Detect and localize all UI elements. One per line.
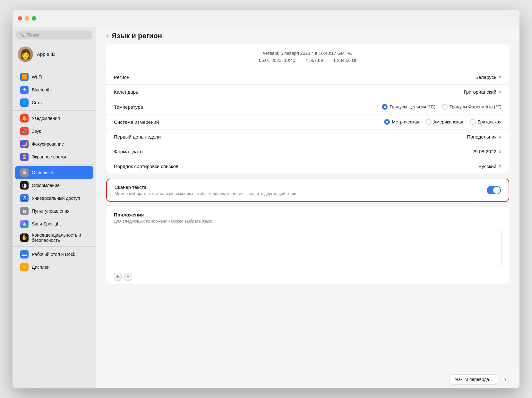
temperature-label: Температура xyxy=(114,104,143,110)
dateformat-dropdown-value: 29.08.2022 xyxy=(472,149,496,154)
sidebar-item-appearance[interactable]: ◑ Оформление xyxy=(15,179,93,192)
scanner-card: Сканер текста Можно выбирать текст на из… xyxy=(106,179,509,202)
sidebar-label-siri: Siri и Spotlight xyxy=(32,221,61,226)
search-icon: 🔍 xyxy=(20,32,25,37)
region-dropdown-value: Беларусь xyxy=(475,74,496,80)
scanner-toggle[interactable] xyxy=(487,186,501,194)
sidebar-label-notifications: Уведомления xyxy=(32,116,60,121)
titlebar xyxy=(13,10,519,27)
date-preview-row2: 05.01.2023, 10:40 4 567,89 1 234,56 Br xyxy=(114,57,502,64)
sidebar-item-wifi[interactable]: 📶 Wi-Fi xyxy=(15,71,93,83)
sidebar-item-displays[interactable]: ☀️ Дисплеи xyxy=(15,261,93,274)
calendar-row: Календарь Григорианский ⬍ xyxy=(106,85,509,99)
back-button[interactable]: ‹ xyxy=(106,32,108,39)
measurement-uk-label: Британская xyxy=(477,119,502,124)
minimize-button[interactable] xyxy=(25,16,29,21)
measurement-uk-option[interactable]: Британская xyxy=(470,119,502,125)
wifi-icon: 📶 xyxy=(20,73,29,81)
region-row: Регион Беларусь ⬍ xyxy=(106,70,509,85)
help-button[interactable]: ? xyxy=(502,376,509,383)
region-dropdown-arrows: ⬍ xyxy=(498,75,502,80)
divider2 xyxy=(13,110,96,111)
measurement-label: Система измерений xyxy=(114,119,159,125)
sidebar-item-bluetooth[interactable]: ✦ Bluetooth xyxy=(15,83,93,96)
focus-icon: 🌙 xyxy=(20,140,29,148)
sidebar-label-accessibility: Универсальный доступ xyxy=(32,196,80,201)
sidebar-item-focus[interactable]: 🌙 Фокусирование xyxy=(15,138,93,150)
measurement-metric-radio[interactable] xyxy=(384,119,390,125)
sortorder-dropdown-arrows: ⬍ xyxy=(498,164,502,169)
apple-id-label: Apple ID xyxy=(37,51,56,57)
fullscreen-button[interactable] xyxy=(32,16,36,21)
bluetooth-icon: ✦ xyxy=(20,86,29,94)
calendar-value[interactable]: Григорианский ⬍ xyxy=(464,89,502,95)
translate-button[interactable]: Языки перевода... xyxy=(450,374,498,385)
displays-icon: ☀️ xyxy=(20,263,29,271)
temperature-celsius-option[interactable]: Градусы Цельсия (°C) xyxy=(382,104,435,110)
temperature-radio-group: Градусы Цельсия (°C) Градусы Фаренгейта … xyxy=(382,104,502,110)
measurement-us-radio[interactable] xyxy=(426,119,432,125)
firstday-row: Первый день недели Понедельник ⬍ xyxy=(106,130,509,144)
network-icon: 🌐 xyxy=(20,98,29,107)
sidebar-label-displays: Дисплеи xyxy=(32,265,50,270)
temperature-fahrenheit-radio[interactable] xyxy=(442,104,448,110)
region-value[interactable]: Беларусь ⬍ xyxy=(475,74,502,80)
sidebar-item-control[interactable]: ▦ Пункт управления xyxy=(15,205,93,217)
temperature-celsius-radio[interactable] xyxy=(382,104,388,110)
sound-icon: 🔊 xyxy=(20,127,29,135)
search-placeholder: Поиск xyxy=(27,32,39,38)
calendar-label: Календарь xyxy=(114,89,138,95)
general-icon: ⚙ xyxy=(20,168,29,177)
apple-id-section[interactable]: 👩 Apple ID xyxy=(13,43,96,65)
firstday-value[interactable]: Понедельник ⬍ xyxy=(467,134,502,140)
measurement-radio-group: Метрическая Американская Британская xyxy=(384,119,502,125)
temperature-fahrenheit-label: Градусы Фаренгейта (°F) xyxy=(450,104,502,109)
date-preview-number: 4 567,89 xyxy=(305,57,323,64)
close-button[interactable] xyxy=(18,16,22,21)
sidebar-item-siri[interactable]: ◉ Siri и Spotlight xyxy=(15,217,93,230)
date-preview-line1: четверг, 5 января 2023 г. в 10:40:17 GMT… xyxy=(114,50,502,57)
measurement-us-label: Американская xyxy=(433,119,463,124)
measurement-metric-option[interactable]: Метрическая xyxy=(384,119,419,125)
region-label: Регион xyxy=(114,74,129,80)
remove-app-button[interactable]: − xyxy=(124,273,132,281)
sidebar-label-focus: Фокусирование xyxy=(32,141,64,147)
dateformat-row: Формат даты 29.08.2022 ⬍ xyxy=(106,144,509,159)
appearance-icon: ◑ xyxy=(20,181,29,190)
apps-footer: + − xyxy=(106,270,509,284)
sortorder-value[interactable]: Русский ⬍ xyxy=(478,164,502,169)
calendar-dropdown-value: Григорианский xyxy=(464,89,496,95)
dateformat-dropdown-arrows: ⬍ xyxy=(498,149,502,154)
control-icon: ▦ xyxy=(20,207,29,215)
sidebar-item-privacy[interactable]: ✋ Конфиденциальность и безопасность xyxy=(15,230,93,245)
measurement-uk-radio[interactable] xyxy=(470,119,476,125)
sortorder-label: Порядок сортировки списков xyxy=(114,164,178,169)
measurement-us-option[interactable]: Американская xyxy=(426,119,463,125)
sidebar-item-screentime[interactable]: ⌛ Экранное время xyxy=(15,150,93,163)
siri-icon: ◉ xyxy=(20,220,29,228)
scanner-description: Можно выбирать текст на изображениях, чт… xyxy=(115,191,487,196)
scanner-text-block: Сканер текста Можно выбирать текст на из… xyxy=(115,184,487,196)
date-preview-currency: 1 234,56 Br xyxy=(333,57,356,64)
temperature-row: Температура Градусы Цельсия (°C) Градусы… xyxy=(106,99,509,114)
divider3 xyxy=(13,165,96,165)
sidebar-item-network[interactable]: 🌐 Сеть xyxy=(15,96,93,109)
sidebar-item-accessibility[interactable]: ♿ Универсальный доступ xyxy=(15,192,93,205)
sidebar-item-sound[interactable]: 🔊 Звук xyxy=(15,125,93,138)
search-box[interactable]: 🔍 Поиск xyxy=(16,30,92,39)
measurement-metric-label: Метрическая xyxy=(392,119,419,124)
privacy-icon: ✋ xyxy=(20,233,29,242)
panel-header: ‹ Язык и регион xyxy=(96,27,519,44)
panel-content: четверг, 5 января 2023 г. в 10:40:17 GMT… xyxy=(96,44,519,370)
sidebar-item-general[interactable]: ⚙ Основные xyxy=(15,166,93,179)
content-area: 🔍 Поиск 👩 Apple ID 📶 Wi-Fi ✦ Bluetooth � xyxy=(13,27,519,388)
apps-section: Приложения Для следующих приложений можн… xyxy=(106,207,509,284)
dateformat-value[interactable]: 29.08.2022 ⬍ xyxy=(472,149,502,154)
sidebar-label-bluetooth: Bluetooth xyxy=(32,87,51,92)
sidebar-item-desktop[interactable]: ▬ Рабочий стол и Dock xyxy=(15,248,93,261)
settings-card-main: четверг, 5 января 2023 г. в 10:40:17 GMT… xyxy=(106,44,509,174)
add-app-button[interactable]: + xyxy=(114,273,122,281)
apps-header: Приложения Для следующих приложений можн… xyxy=(106,207,509,226)
temperature-fahrenheit-option[interactable]: Градусы Фаренгейта (°F) xyxy=(442,104,502,110)
sidebar-item-notifications[interactable]: 🔔 Уведомления xyxy=(15,112,93,125)
